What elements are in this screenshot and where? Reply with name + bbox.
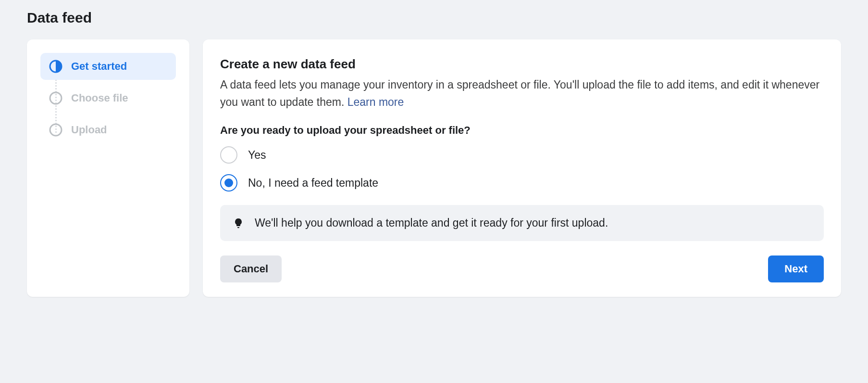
info-box: We'll help you download a template and g… (220, 205, 824, 241)
empty-circle-icon (49, 91, 62, 105)
page-title: Data feed (27, 10, 841, 26)
info-text: We'll help you download a template and g… (255, 217, 608, 230)
step-list: Get started Choose file Upload (40, 53, 176, 143)
step-label: Choose file (71, 92, 128, 104)
step-choose-file[interactable]: Choose file (40, 85, 176, 112)
radio-no[interactable]: No, I need a feed template (220, 174, 824, 192)
radio-group: Yes No, I need a feed template (220, 146, 824, 192)
step-get-started[interactable]: Get started (40, 53, 176, 80)
main-title: Create a new data feed (220, 57, 824, 72)
radio-icon (220, 174, 237, 192)
svg-point-2 (50, 124, 62, 136)
question-label: Are you ready to upload your spreadsheet… (220, 124, 824, 137)
radio-label: Yes (248, 149, 266, 162)
step-label: Get started (71, 60, 127, 73)
main-content: Create a new data feed A data feed lets … (203, 39, 841, 297)
step-label: Upload (71, 124, 107, 136)
cancel-button[interactable]: Cancel (220, 255, 282, 282)
step-upload[interactable]: Upload (40, 116, 176, 143)
half-circle-icon (49, 60, 62, 73)
svg-point-1 (50, 92, 62, 104)
next-button[interactable]: Next (768, 255, 824, 282)
empty-circle-icon (49, 123, 62, 137)
radio-label: No, I need a feed template (248, 177, 378, 190)
radio-yes[interactable]: Yes (220, 146, 824, 164)
learn-more-link[interactable]: Learn more (347, 96, 404, 108)
lightbulb-icon (233, 217, 244, 229)
main-description: A data feed lets you manage your invento… (220, 77, 824, 111)
main-description-text: A data feed lets you manage your invento… (220, 78, 819, 108)
button-row: Cancel Next (220, 255, 824, 282)
sidebar: Get started Choose file Upload (27, 39, 189, 297)
radio-icon (220, 146, 237, 164)
